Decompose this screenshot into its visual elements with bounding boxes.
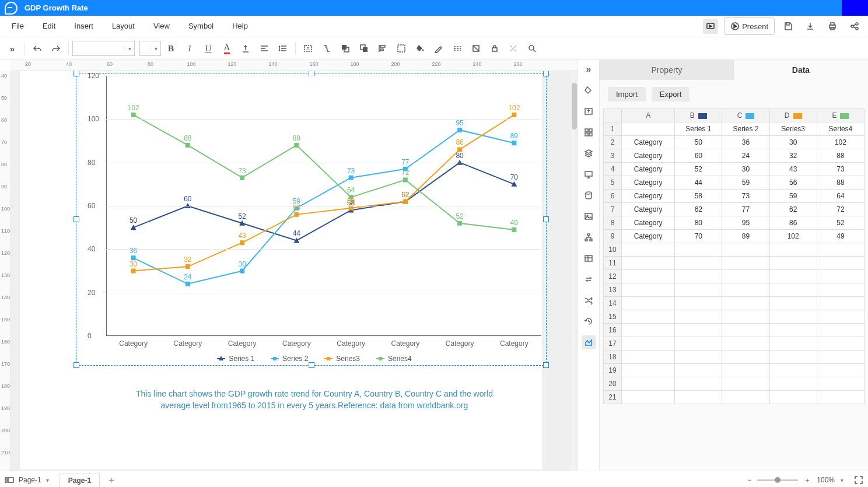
zoom-slider[interactable] (757, 479, 798, 481)
fill-tool-icon[interactable] (582, 83, 596, 97)
window-button[interactable] (842, 0, 868, 16)
text-highlight-icon[interactable] (237, 40, 254, 57)
undo-icon[interactable] (29, 40, 46, 57)
distribute-icon[interactable] (393, 40, 410, 57)
fill-icon[interactable] (411, 40, 429, 57)
svg-rect-48 (273, 357, 276, 360)
app-logo-icon (5, 2, 18, 15)
svg-rect-52 (379, 357, 382, 360)
zoom-in-icon[interactable]: ＋ (804, 475, 811, 485)
fullscreen-icon[interactable] (854, 475, 863, 485)
svg-rect-62 (587, 234, 590, 236)
pen-icon[interactable] (430, 40, 447, 57)
menu-view[interactable]: View (144, 16, 179, 37)
svg-rect-58 (585, 171, 592, 176)
image-icon[interactable] (582, 209, 596, 223)
menu-file[interactable]: File (2, 16, 33, 37)
present-button[interactable]: Present (724, 17, 775, 35)
shuffle-icon[interactable] (582, 293, 596, 307)
svg-point-59 (586, 192, 592, 194)
presentation-icon[interactable] (582, 167, 596, 181)
table-icon[interactable] (582, 251, 596, 265)
history-icon[interactable] (582, 314, 596, 328)
line-style-icon[interactable] (449, 40, 466, 57)
swap-icon[interactable] (582, 272, 596, 286)
svg-rect-67 (8, 478, 13, 482)
import-button[interactable]: Import (608, 87, 646, 101)
resize-handle[interactable] (74, 71, 79, 76)
zoom-out-icon[interactable]: − (747, 476, 751, 484)
search-icon[interactable] (523, 40, 541, 57)
org-chart-icon[interactable] (582, 230, 596, 244)
svg-rect-64 (590, 239, 592, 241)
page-tab[interactable]: Page-1 (60, 474, 100, 487)
tools-icon[interactable] (505, 40, 522, 57)
zoom-value: 100% (817, 476, 835, 484)
italic-icon[interactable]: I (181, 40, 198, 57)
chart-tool-icon[interactable] (582, 335, 596, 349)
download-icon[interactable] (803, 19, 818, 34)
svg-rect-55 (589, 129, 592, 132)
page-selector[interactable]: Page-1 (19, 476, 41, 484)
export-image-icon[interactable] (582, 104, 596, 118)
svg-rect-17 (398, 45, 405, 52)
redo-icon[interactable] (47, 40, 65, 57)
svg-rect-28 (457, 128, 462, 132)
svg-rect-15 (380, 45, 385, 47)
data-grid[interactable]: ABCDE1Series 1Series 2Series3Series42Cat… (603, 108, 864, 404)
text-box-icon[interactable]: T (299, 40, 317, 57)
menu-layout[interactable]: Layout (103, 16, 144, 37)
underline-icon[interactable]: U (200, 40, 217, 57)
vertical-scrollbar[interactable] (571, 71, 578, 471)
menu-help[interactable]: Help (223, 16, 257, 37)
font-family-select[interactable]: ▾ (72, 41, 135, 56)
connector-icon[interactable] (318, 40, 335, 57)
send-back-icon[interactable] (355, 40, 373, 57)
slideshow-mode-button[interactable] (703, 19, 718, 34)
svg-rect-16 (380, 49, 383, 51)
canvas[interactable]: 020406080100120CategoryCategoryCategoryC… (11, 71, 578, 471)
resize-handle[interactable] (74, 362, 79, 368)
line-spacing-icon[interactable] (274, 40, 292, 57)
menubar: FileEditInsertLayoutViewSymbolHelp Prese… (0, 16, 868, 37)
export-button[interactable]: Export (652, 87, 690, 101)
menu-edit[interactable]: Edit (33, 16, 65, 37)
chevron-down-icon[interactable]: ▾ (841, 477, 844, 484)
tab-property[interactable]: Property (600, 60, 734, 80)
right-panel: Property Data Import Export ABCDE1Series… (600, 60, 868, 471)
resize-handle[interactable] (543, 71, 549, 76)
save-icon[interactable] (780, 19, 796, 34)
tab-data[interactable]: Data (734, 60, 868, 80)
share-icon[interactable] (847, 19, 862, 34)
crop-icon[interactable] (467, 40, 485, 57)
layers-icon[interactable] (582, 146, 596, 160)
menu-insert[interactable]: Insert (65, 16, 103, 37)
menu-symbol[interactable]: Symbol (179, 16, 223, 37)
right-icon-rail: » (578, 60, 600, 471)
svg-text:T: T (307, 46, 310, 51)
align-objects-icon[interactable] (374, 40, 391, 57)
align-icon[interactable] (256, 40, 273, 57)
svg-point-18 (422, 50, 424, 51)
resize-handle[interactable] (543, 216, 549, 222)
chevron-down-icon[interactable]: ▾ (46, 477, 49, 484)
add-page-button[interactable]: ＋ (107, 474, 116, 486)
database-icon[interactable] (582, 188, 596, 202)
expand-toolbar-icon[interactable]: » (4, 40, 21, 57)
grid-icon[interactable] (582, 125, 596, 139)
bring-front-icon[interactable] (337, 40, 354, 57)
resize-handle[interactable] (543, 362, 549, 368)
bold-icon[interactable]: B (162, 40, 180, 57)
resize-handle[interactable] (74, 216, 79, 222)
font-size-select[interactable]: ▾ (139, 41, 161, 56)
line-chart[interactable]: 020406080100120CategoryCategoryCategoryC… (86, 76, 542, 437)
zoom-control[interactable]: − ＋ 100% ▾ (747, 475, 863, 485)
print-icon[interactable] (825, 19, 840, 34)
svg-point-6 (851, 25, 853, 27)
lock-icon[interactable] (486, 40, 503, 57)
font-color-icon[interactable]: A (218, 40, 236, 57)
svg-rect-56 (585, 133, 588, 136)
pages-panel-icon[interactable] (5, 475, 14, 485)
collapse-panel-icon[interactable]: » (582, 62, 596, 76)
svg-rect-40 (240, 176, 244, 180)
